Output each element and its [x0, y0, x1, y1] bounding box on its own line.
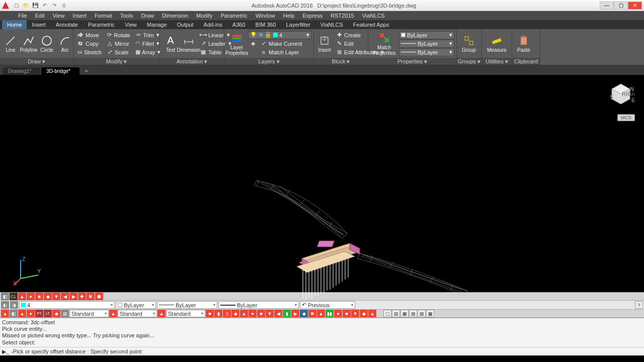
ts2-icon[interactable]: ◆: [231, 310, 239, 317]
pb-icon[interactable]: ◐: [1, 301, 9, 309]
panel-label-annotation[interactable]: Annotation▾: [160, 58, 224, 65]
pb-icon[interactable]: ◑: [10, 301, 18, 309]
layer-icon-1[interactable]: ◈: [248, 40, 258, 48]
qat-new-icon[interactable]: ▢: [12, 2, 20, 10]
dimension-button[interactable]: Dimension: [180, 34, 197, 54]
ribbon-tab-view[interactable]: View: [120, 20, 142, 29]
menu-view[interactable]: View: [49, 11, 69, 20]
layer-properties-button[interactable]: LayerProperties: [226, 31, 247, 57]
color-combo[interactable]: ByLayer▾: [399, 31, 454, 39]
layer-combo[interactable]: 💡❄🔓4▾: [248, 31, 311, 39]
menu-rst2015[interactable]: RST2015: [327, 11, 358, 20]
doc-tab[interactable]: 3D-bridge*: [41, 67, 79, 75]
panel-label-layers[interactable]: Layers▾: [224, 58, 313, 65]
std-combo-2[interactable]: Standard▾: [118, 310, 157, 317]
array-button[interactable]: ▦Array▾: [134, 48, 161, 56]
ts-icon[interactable]: ▶: [69, 293, 77, 300]
ribbon-tab-home[interactable]: Home: [2, 20, 27, 29]
insert-button[interactable]: Insert: [316, 34, 333, 54]
polyline-button[interactable]: Polyline: [20, 34, 37, 54]
menu-edit[interactable]: Edit: [31, 11, 49, 20]
ribbon-tab-layerfilter[interactable]: Layerfilter: [281, 20, 315, 29]
ts-icon[interactable]: ◆: [44, 293, 52, 300]
menu-modify[interactable]: Modify: [192, 11, 216, 20]
measure-button[interactable]: Measure: [484, 34, 510, 54]
ts-icon[interactable]: CL: [10, 293, 18, 300]
rotate-button[interactable]: ⟳Rotate: [105, 31, 132, 39]
panel-label-properties[interactable]: Properties▾: [368, 58, 456, 65]
new-tab-button[interactable]: +: [80, 67, 93, 75]
panel-label-modify[interactable]: Modify▾: [73, 58, 159, 65]
close-button[interactable]: ✕: [628, 2, 642, 10]
ribbon-tab-annotate[interactable]: Annotate: [51, 20, 83, 29]
ribbon-tab-bim360[interactable]: BIM 360: [251, 20, 281, 29]
std-combo-3[interactable]: Standard▾: [166, 310, 205, 317]
ts-icon[interactable]: ■: [35, 293, 43, 300]
make-current-button[interactable]: ✓Make Current: [259, 40, 304, 48]
ts2-icon[interactable]: ▮: [214, 310, 222, 317]
ts2-icon[interactable]: ●: [27, 310, 35, 317]
ts-icon[interactable]: ◧: [1, 293, 9, 300]
panel-label-draw[interactable]: Draw▾: [0, 58, 73, 65]
ts-icon[interactable]: ▲: [18, 293, 26, 300]
command-input[interactable]: ▶_ -Pick or specify offset distance : Sp…: [0, 347, 644, 355]
ts2-icon[interactable]: ■: [206, 310, 214, 317]
ts2-icon[interactable]: LT: [44, 310, 52, 317]
ts2-icon[interactable]: ◧: [10, 310, 18, 317]
ts-icon[interactable]: ✚: [78, 293, 86, 300]
app-logo[interactable]: [2, 2, 9, 9]
line-button[interactable]: Line: [2, 34, 19, 54]
stretch-button[interactable]: ↔Stretch: [75, 48, 103, 56]
maximize-button[interactable]: ▢: [614, 2, 628, 10]
arc-button[interactable]: Arc: [56, 34, 73, 54]
panel-label-groups[interactable]: Groups▾: [457, 58, 481, 65]
qat-save-icon[interactable]: 💾: [31, 2, 39, 10]
menu-help[interactable]: Help: [279, 11, 299, 20]
qat-undo-icon[interactable]: ↶: [41, 2, 49, 10]
ts-icon[interactable]: ●: [27, 293, 35, 300]
ribbon-tab-vianlcs[interactable]: ViaNLCS: [315, 20, 348, 29]
menu-file[interactable]: File: [14, 11, 31, 20]
menu-vianlcs[interactable]: ViaNLCS: [358, 11, 389, 20]
group-button[interactable]: Group: [459, 34, 479, 54]
layer-selector[interactable]: 4▾: [19, 301, 115, 309]
scale-button[interactable]: ⤢Scale: [105, 48, 132, 56]
wcs-badge[interactable]: WCS: [617, 114, 635, 121]
ts2-icon[interactable]: ◆: [52, 310, 60, 317]
match-properties-button[interactable]: MatchProperties: [370, 31, 398, 57]
ltype-selector[interactable]: ByLayer▾: [157, 301, 217, 309]
ribbon-tab-a360[interactable]: A360: [227, 20, 251, 29]
ribbon-tab-featuredapps[interactable]: Featured Apps: [348, 20, 394, 29]
menu-insert[interactable]: Insert: [68, 11, 91, 20]
viewcube[interactable]: RIGHT S N E: [607, 81, 635, 109]
ts2-icon[interactable]: ▲: [109, 310, 117, 317]
ribbon-tab-output[interactable]: Output: [172, 20, 199, 29]
move-button[interactable]: ✥Move: [75, 31, 103, 39]
ts2-icon[interactable]: ▲: [157, 310, 166, 317]
ts2-icon[interactable]: ▲: [1, 310, 9, 317]
ts2-icon[interactable]: ▤: [61, 310, 69, 317]
lweight-combo[interactable]: ByLayer▾: [399, 40, 454, 48]
copy-button[interactable]: ⧉Copy: [75, 40, 103, 48]
ribbon-tab-insert[interactable]: Insert: [27, 20, 51, 29]
paste-button[interactable]: Paste: [514, 34, 533, 54]
color-selector[interactable]: ByLayer▾: [116, 301, 156, 309]
ts-icon[interactable]: ◀: [61, 293, 69, 300]
qat-print-icon[interactable]: ⎙: [60, 2, 68, 10]
menu-format[interactable]: Format: [91, 11, 116, 20]
help-icon[interactable]: ?: [635, 301, 643, 309]
panel-label-block[interactable]: Block▾: [314, 58, 368, 65]
viewport[interactable]: Z Y X RIGHT S N E WCS: [0, 75, 644, 292]
ts2-icon[interactable]: ▯: [223, 310, 231, 317]
fillet-button[interactable]: ◠Fillet▾: [134, 40, 161, 48]
ts-icon[interactable]: ✖: [87, 293, 95, 300]
ltype-combo[interactable]: ByLayer▾: [399, 48, 454, 56]
menu-draw[interactable]: Draw: [137, 11, 158, 20]
menu-parametric[interactable]: Parametric: [216, 11, 251, 20]
ribbon-tab-parametric[interactable]: Parametric: [83, 20, 120, 29]
menu-window[interactable]: Window: [252, 11, 279, 20]
ucs-icon[interactable]: Z Y X: [13, 256, 43, 286]
doc-tab[interactable]: Drawing1*: [3, 67, 40, 75]
minimize-button[interactable]: —: [600, 2, 614, 10]
match-layer-button[interactable]: ≡Match Layer: [259, 48, 304, 56]
